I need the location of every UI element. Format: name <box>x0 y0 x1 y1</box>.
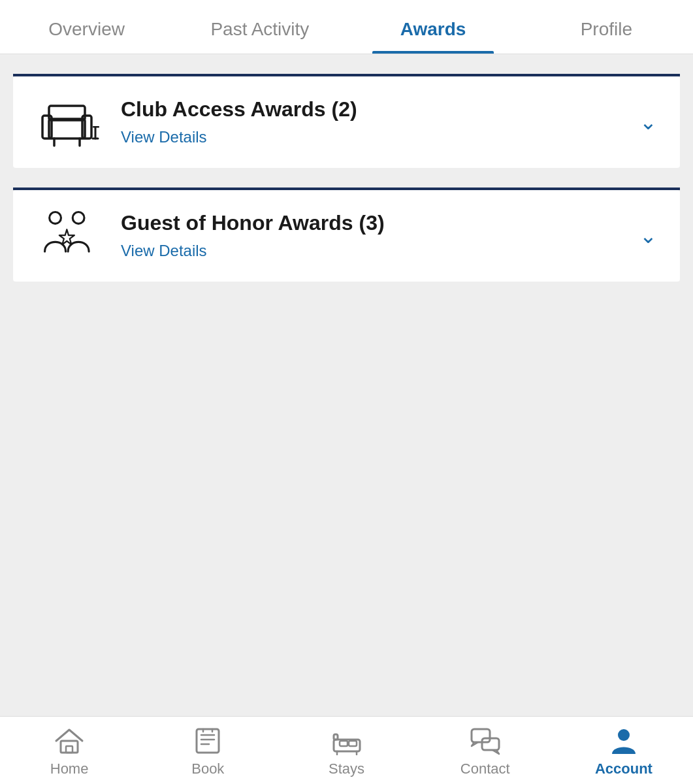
bottom-nav: Home Book Stays <box>0 716 693 784</box>
nav-book-label: Book <box>191 760 224 777</box>
nav-contact[interactable]: Contact <box>416 727 555 777</box>
svg-rect-14 <box>197 729 219 753</box>
guest-honor-info: Guest of Honor Awards (3) View Details <box>121 211 620 260</box>
club-access-chevron[interactable]: ⌄ <box>639 110 657 135</box>
nav-stays[interactable]: Stays <box>277 727 415 777</box>
nav-home-label: Home <box>50 760 89 777</box>
svg-rect-22 <box>340 741 347 746</box>
club-access-info: Club Access Awards (2) View Details <box>121 97 620 146</box>
club-icon <box>36 96 101 148</box>
nav-book[interactable]: Book <box>138 727 277 777</box>
guest-honor-view-details[interactable]: View Details <box>121 242 620 260</box>
club-access-card: Club Access Awards (2) View Details ⌄ <box>13 76 680 168</box>
tab-past-activity[interactable]: Past Activity <box>173 7 346 54</box>
svg-rect-23 <box>349 741 357 746</box>
contact-icon <box>469 727 502 755</box>
svg-point-28 <box>618 729 630 741</box>
account-icon <box>607 727 640 755</box>
tab-awards[interactable]: Awards <box>347 7 520 54</box>
main-content: Club Access Awards (2) View Details ⌄ <box>0 54 693 716</box>
stays-icon <box>330 727 363 755</box>
home-icon <box>53 727 86 755</box>
svg-point-9 <box>50 212 61 223</box>
svg-rect-0 <box>49 119 85 139</box>
nav-home[interactable]: Home <box>0 727 138 777</box>
guest-honor-chevron[interactable]: ⌄ <box>639 223 657 248</box>
club-access-title: Club Access Awards (2) <box>121 97 620 122</box>
guest-honor-title: Guest of Honor Awards (3) <box>121 211 620 235</box>
tab-profile[interactable]: Profile <box>520 7 693 54</box>
club-access-card-wrapper: Club Access Awards (2) View Details ⌄ <box>13 74 680 168</box>
club-access-view-details[interactable]: View Details <box>121 128 620 146</box>
guest-honor-icon <box>36 210 101 262</box>
guest-honor-card-wrapper: Guest of Honor Awards (3) View Details ⌄ <box>13 188 680 282</box>
svg-rect-21 <box>334 734 338 740</box>
nav-account-label: Account <box>595 760 653 777</box>
svg-point-10 <box>73 212 84 223</box>
guest-honor-card: Guest of Honor Awards (3) View Details ⌄ <box>13 190 680 282</box>
book-icon <box>191 727 224 755</box>
tab-bar: Overview Past Activity Awards Profile <box>0 0 693 54</box>
nav-stays-label: Stays <box>329 760 364 777</box>
nav-contact-label: Contact <box>460 760 510 777</box>
nav-account[interactable]: Account <box>555 727 693 777</box>
svg-rect-26 <box>472 729 490 742</box>
tab-overview[interactable]: Overview <box>0 7 173 54</box>
svg-marker-11 <box>59 229 74 244</box>
